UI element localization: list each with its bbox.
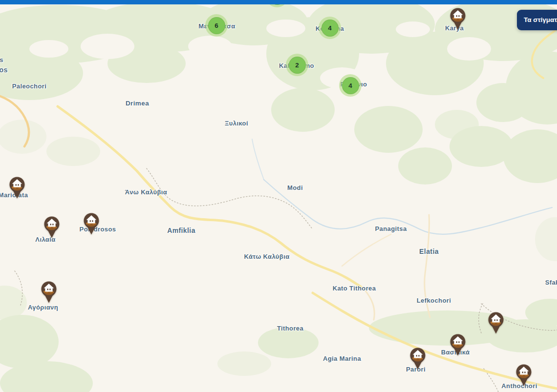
village-pin-parori[interactable] bbox=[409, 347, 427, 370]
village-pin-agoriani[interactable] bbox=[40, 281, 58, 304]
village-pins-layer bbox=[0, 0, 557, 392]
house-pin-icon bbox=[449, 7, 467, 30]
top-bar bbox=[0, 0, 557, 4]
map-canvas[interactable]: sosPaleochoriDrimeaΞυλικοίΆνω ΚαλύβιαMod… bbox=[0, 0, 557, 392]
house-pin-icon bbox=[83, 212, 100, 235]
house-pin-icon bbox=[409, 347, 427, 370]
map-tooltip-text: Τα στίγματα τα bbox=[524, 16, 557, 23]
map-tooltip: Τα στίγματα τα bbox=[517, 10, 557, 30]
village-pin-karya[interactable] bbox=[449, 7, 467, 30]
village-pin-mariolata[interactable] bbox=[8, 176, 26, 199]
village-pin-polydrosos[interactable] bbox=[83, 212, 100, 235]
house-pin-icon bbox=[515, 364, 533, 387]
house-pin-icon bbox=[43, 216, 61, 239]
village-pin-vasilika[interactable] bbox=[449, 333, 467, 356]
house-pin-icon bbox=[8, 176, 26, 199]
village-pin-unlabeled[interactable] bbox=[487, 311, 505, 334]
house-pin-icon bbox=[40, 281, 58, 304]
village-pin-lilaia[interactable] bbox=[43, 216, 61, 239]
house-pin-icon bbox=[449, 333, 467, 356]
village-pin-anthochori[interactable] bbox=[515, 364, 533, 387]
house-pin-icon bbox=[487, 311, 505, 334]
